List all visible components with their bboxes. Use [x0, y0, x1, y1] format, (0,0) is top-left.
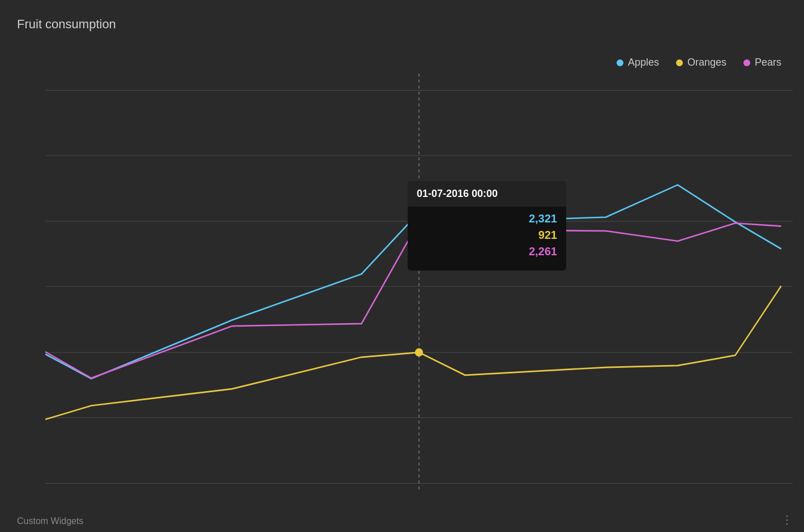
legend: Apples Oranges Pears — [617, 57, 781, 68]
chart-tooltip: 01-07-2016 00:00 2,321 921 2,261 — [408, 181, 566, 271]
apples-legend-label: Apples — [628, 57, 659, 68]
footer-label: Custom Widgets — [17, 516, 83, 526]
tooltip-body: 2,321 921 2,261 — [408, 207, 566, 271]
pears-legend-label: Pears — [755, 57, 781, 68]
chart-svg: 3,000 2,500 2,000 1,500 1,000 500 Jan 16… — [45, 74, 793, 492]
legend-item-pears[interactable]: Pears — [743, 57, 781, 68]
oranges-legend-dot — [676, 59, 683, 66]
chart-title: Fruit consumption — [17, 17, 116, 32]
tooltip-apples-value: 2,321 — [417, 212, 557, 225]
oranges-legend-label: Oranges — [687, 57, 726, 68]
oranges-tooltip-dot — [415, 348, 423, 357]
more-options-button[interactable]: ⋮ — [781, 513, 793, 526]
tooltip-oranges-value: 921 — [417, 229, 557, 242]
tooltip-pears-value: 2,261 — [417, 245, 557, 258]
pears-legend-dot — [743, 59, 750, 66]
legend-item-oranges[interactable]: Oranges — [676, 57, 726, 68]
tooltip-date: 01-07-2016 00:00 — [408, 181, 566, 207]
legend-item-apples[interactable]: Apples — [617, 57, 659, 68]
apples-legend-dot — [617, 59, 623, 66]
chart-container: Fruit consumption Apples Oranges Pears — [0, 0, 804, 532]
